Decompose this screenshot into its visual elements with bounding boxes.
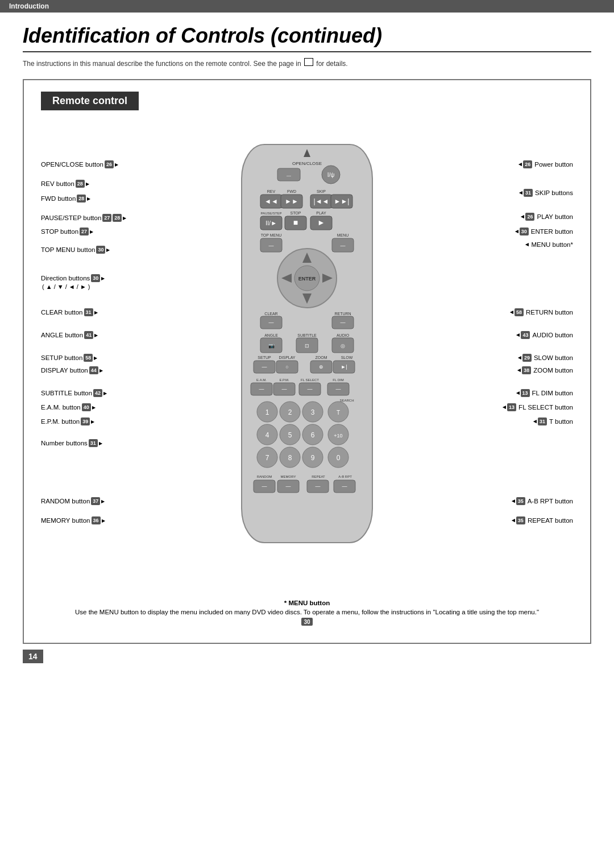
svg-text:FL SELECT: FL SELECT <box>301 378 319 382</box>
svg-text:⊕: ⊕ <box>319 364 323 370</box>
svg-text:8: 8 <box>288 454 292 462</box>
svg-text:|◄◄: |◄◄ <box>314 197 329 205</box>
label-clear: CLEAR button 31 ▶ <box>41 308 98 316</box>
label-eam: E.A.M. button 40 ▶ <box>41 403 96 411</box>
svg-text:►|: ►| <box>341 364 347 370</box>
label-return: RETURN button 58 ▶ <box>510 308 573 316</box>
svg-text:■: ■ <box>293 218 298 227</box>
svg-text:—: — <box>308 386 313 392</box>
svg-text:►►: ►► <box>285 197 298 205</box>
svg-text:+10: +10 <box>334 433 342 439</box>
label-epm: E.P.M. button 39 ▶ <box>41 418 94 425</box>
svg-text:—: — <box>286 483 291 489</box>
svg-text:AUDIO: AUDIO <box>337 333 350 337</box>
svg-text:SUBTITLE: SUBTITLE <box>297 333 317 337</box>
label-flselect: FL SELECT button 13 ▶ <box>503 403 573 411</box>
svg-text:4: 4 <box>265 431 269 439</box>
label-play: PLAY button 26 ▶ <box>521 213 573 221</box>
page-title: Identification of Controls (continued) <box>23 24 591 52</box>
label-random: RANDOM button 37 ▶ <box>41 497 105 505</box>
svg-text:E.A.M.: E.A.M. <box>256 378 267 382</box>
svg-text:OPEN/CLOSE: OPEN/CLOSE <box>292 161 322 166</box>
svg-text:PLAY: PLAY <box>316 211 326 215</box>
svg-text:REPEAT: REPEAT <box>312 475 325 478</box>
svg-text:📷: 📷 <box>268 342 275 349</box>
svg-text:DISPLAY: DISPLAY <box>279 356 295 359</box>
svg-text:►►|: ►►| <box>334 197 350 205</box>
svg-text:ZOOM: ZOOM <box>316 356 327 359</box>
label-angle: ANGLE button 41 ▶ <box>41 331 98 339</box>
page-number: 14 <box>23 650 43 663</box>
svg-text:○: ○ <box>285 364 288 370</box>
svg-text:—: — <box>342 483 347 489</box>
label-repeat: REPEAT button 35 ▶ <box>512 516 573 524</box>
label-zoom: ZOOM button 38 ▶ <box>517 366 573 374</box>
svg-text:—: — <box>282 386 287 392</box>
label-power: Power button 26 ▶ <box>518 160 573 168</box>
label-audio: AUDIO button 43 ▶ <box>516 331 573 339</box>
svg-text:—: — <box>259 386 264 392</box>
svg-text:1: 1 <box>265 408 269 416</box>
svg-text:2: 2 <box>288 408 292 416</box>
label-subtitle: SUBTITLE button 42 ▶ <box>41 389 107 397</box>
svg-text:7: 7 <box>265 454 269 462</box>
label-stop: STOP button 27 ▶ <box>41 228 93 235</box>
svg-text:—: — <box>287 173 291 178</box>
svg-text:CLEAR: CLEAR <box>264 312 277 316</box>
svg-text:5: 5 <box>288 431 292 439</box>
svg-text:SKIP: SKIP <box>317 189 326 193</box>
label-slow: SLOW button 29 ▶ <box>518 354 573 362</box>
svg-text:⊡: ⊡ <box>305 343 309 349</box>
svg-text:0: 0 <box>337 454 341 462</box>
svg-text:SETUP: SETUP <box>258 356 271 359</box>
label-number: Number buttons 31 ▶ <box>41 439 102 447</box>
section-title: Remote control <box>41 92 139 110</box>
svg-text:►: ► <box>317 218 325 227</box>
svg-text:—: — <box>262 483 267 489</box>
label-fldim: FL DIM button 13 ▶ <box>516 389 573 397</box>
svg-text:T: T <box>337 410 340 416</box>
remote-body: OPEN/CLOSE — I/ψ REV FWD SKIP ◄◄ <box>233 133 381 567</box>
svg-text:◎: ◎ <box>341 343 345 349</box>
remote-section: Remote control OPEN/CLOSE button 26 ▶ RE… <box>23 79 591 644</box>
label-top-menu: TOP MENU button 30 ▶ <box>41 246 110 254</box>
section-label: Introduction <box>9 2 49 10</box>
svg-text:STOP: STOP <box>291 211 301 215</box>
diagram-wrapper: OPEN/CLOSE button 26 ▶ REV button 28 ▶ F… <box>41 122 573 588</box>
svg-text:—: — <box>336 386 341 392</box>
svg-text:—: — <box>269 243 274 249</box>
label-direction: Direction buttons 30 ▶ ( ▲ / ▼ / ◄ / ► ) <box>41 274 105 290</box>
svg-text:—: — <box>269 320 274 325</box>
label-setup: SETUP button 58 ▶ <box>41 354 97 362</box>
svg-text:REV: REV <box>267 189 276 193</box>
subtitle: The instructions in this manual describe… <box>23 58 591 68</box>
svg-text:—: — <box>262 364 267 370</box>
label-pause-step: PAUSE/STEP button 27 28 ▶ <box>41 214 126 222</box>
label-fwd: FWD button 28 ▶ <box>41 195 90 202</box>
svg-text:TOP MENU: TOP MENU <box>261 233 282 237</box>
svg-text:SLOW: SLOW <box>341 356 353 359</box>
svg-text:6: 6 <box>311 431 315 439</box>
footnote: * MENU button Use the MENU button to dis… <box>41 600 573 626</box>
svg-text:FL DIM: FL DIM <box>333 378 343 382</box>
svg-text:RANDOM: RANDOM <box>257 475 272 478</box>
footnote-text: Use the MENU button to display the menu … <box>75 609 539 615</box>
svg-text:I/ψ: I/ψ <box>327 172 335 178</box>
svg-text:—: — <box>341 320 346 325</box>
label-skip: SKIP buttons 31 ▶ <box>519 189 573 197</box>
svg-text:9: 9 <box>311 454 315 462</box>
label-tbutton: T button 31 ▶ <box>533 418 573 425</box>
svg-text:MEMORY: MEMORY <box>281 475 296 478</box>
svg-text:ENTER: ENTER <box>298 276 316 282</box>
svg-text:PAUSE/STEP: PAUSE/STEP <box>260 212 281 215</box>
svg-text:FWD: FWD <box>287 189 296 193</box>
label-abrpt: A-B RPT button 35 ▶ <box>512 497 573 505</box>
svg-text:E.P.M.: E.P.M. <box>279 378 289 382</box>
svg-text:◄◄: ◄◄ <box>264 197 278 205</box>
svg-text:RETURN: RETURN <box>334 312 351 316</box>
label-open-close: OPEN/CLOSE button 26 ▶ <box>41 160 118 168</box>
label-memory: MEMORY button 36 ▶ <box>41 516 105 524</box>
svg-text:A-B RPT: A-B RPT <box>338 475 352 478</box>
footnote-title: * MENU button <box>75 600 539 606</box>
svg-text:ANGLE: ANGLE <box>264 333 278 337</box>
